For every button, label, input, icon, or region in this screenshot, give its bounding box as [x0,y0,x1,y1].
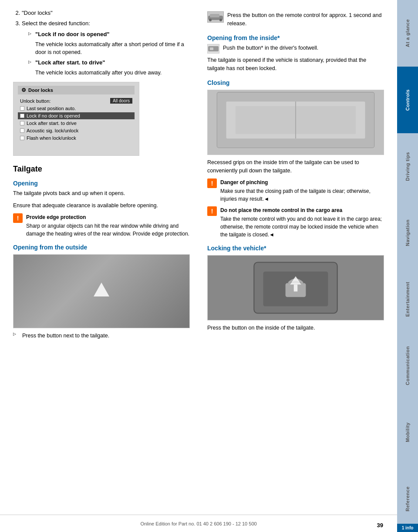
label-acoustic: Acoustic sig. lock/unlock [27,128,132,133]
opening-text1: The tailgate pivots back and up when it … [13,189,190,198]
remote-note-text: Press the button on the remote control f… [227,11,384,28]
sub-item-1: "Lock if no door is opened" The vehicle … [28,30,190,57]
sidebar-tab-reference[interactable]: Reference [397,465,418,532]
sidebar-tab-navigation[interactable]: Navigation [397,199,418,266]
list-item-3-text: Select the desired function: [22,20,90,27]
sidebar-tab-controls-label: Controls [405,89,410,111]
checkbox-last-seat[interactable] [20,106,24,111]
sidebar-tab-entertainment-label: Entertainment [405,282,410,317]
sidebar-tab-mobility[interactable]: Mobility [397,399,418,466]
sidebar-tab-communication-label: Communication [405,346,410,385]
sub-item-2: "Lock after start. to drive" The vehicle… [28,58,190,77]
svg-rect-16 [294,285,298,292]
row-lock-no-door: Lock if no door is opened [18,112,135,119]
info-badge: 1 info [397,524,418,532]
press-button-row: ▷ Press the button next to the tailgate. [13,332,190,340]
label-last-seat: Last seat position auto. [27,106,132,111]
svg-rect-1 [210,14,219,17]
closing-image [207,90,384,155]
main-content: "Door locks" Select the desired function… [0,0,397,532]
label-lock-start: Lock after start. to drive [27,121,132,126]
row-flash: Flash when lock/unlock [18,135,135,141]
label-lock-no-door: Lock if no door is opened [27,113,132,118]
car-icon-svg [208,12,223,22]
warning-icon-2: ! [207,178,217,188]
row-acoustic: Acoustic sig. lock/unlock [18,127,135,134]
closing-heading: Closing [207,79,384,86]
sidebar-tab-reference-label: Reference [405,486,410,512]
sidebar-tab-at-a-glance-label: At a glance [405,19,410,47]
sidebar-tab-entertainment[interactable]: Entertainment [397,266,418,333]
list-item-3: Select the desired function: "Lock if no… [22,19,190,77]
checkbox-lock-start[interactable] [20,121,24,125]
door-locks-title: Door locks [28,88,53,93]
left-column: "Door locks" Select the desired function… [13,9,194,506]
sub-item-2-detail: The vehicle locks automatically after yo… [35,69,190,77]
sidebar-tab-driving-tips[interactable]: Driving tips [397,133,418,200]
arrow-up-icon [94,283,109,296]
unlock-value: All doors [110,98,132,104]
sidebar-tab-navigation-label: Navigation [405,219,410,246]
opening-from-outside-heading: Opening from the outside [13,244,190,251]
gear-icon: ⚙ [21,87,26,93]
closing-image-svg [208,90,384,155]
row-lock-start: Lock after start. to drive [18,120,135,127]
sidebar-tab-driving-tips-label: Driving tips [405,152,410,181]
opening-from-inside-heading: Opening from the inside* [207,34,384,41]
two-col-layout: "Door locks" Select the desired function… [13,9,384,506]
footwell-icon-svg [208,45,219,53]
opening-heading: Opening [13,180,190,187]
main-list: "Door locks" Select the desired function… [13,9,190,77]
closing-text: Recessed grips on the inside trim of the… [207,158,384,175]
checkbox-flash[interactable] [20,136,24,140]
page-wrapper: "Door locks" Select the desired function… [0,0,418,532]
checkbox-lock-no-door[interactable] [20,114,24,118]
sub-item-2-label: "Lock after start. to drive" [35,59,105,66]
sidebar-tab-at-a-glance[interactable]: At a glance [397,0,418,67]
warning-detail-2: Make sure that the closing path of the t… [220,188,371,202]
locking-image-svg [208,256,384,320]
sidebar-tab-communication[interactable]: Communication [397,333,418,399]
unlock-label: Unlock button: [20,98,110,104]
sidebar-tab-controls[interactable]: Controls [397,67,418,133]
opening-outside-image [13,254,190,328]
sub-item-1-detail: The vehicle locks automatically after a … [35,40,190,57]
car-remote-icon [207,11,224,23]
footer-text: Online Edition for Part no. 01 40 2 606 … [140,521,256,526]
warning-detail-1: Sharp or angular objects can hit the rea… [26,223,189,237]
page-footer: Online Edition for Part no. 01 40 2 606 … [0,515,397,532]
warning-text-1: Provide edge protection Sharp or angular… [26,213,190,238]
warning-edge-protection: ! Provide edge protection Sharp or angul… [13,213,190,238]
warning-remote-cargo: ! Do not place the remote control in the… [207,206,384,239]
warning-icon-3: ! [207,206,217,216]
checkbox-acoustic[interactable] [20,128,24,133]
opening-from-inside-text: Push the button* in the driver's footwel… [223,44,318,52]
arrow-icon: ▷ [13,332,16,336]
door-locks-title-bar: ⚙ Door locks [18,86,135,94]
locking-text: Press the button on the inside of the ta… [207,324,384,332]
warning-detail-3: Take the remote control with you and do … [220,216,382,238]
locking-image [207,255,384,320]
opening-text2: Ensure that adequate clearance is availa… [13,202,190,210]
footwell-icon [207,44,219,54]
warning-title-1: Provide edge protection [26,213,190,221]
press-button-text: Press the button next to the tailgate. [22,332,109,340]
right-column: Press the button on the remote control f… [203,9,384,506]
warning-pinching: ! Danger of pinching Make sure that the … [207,178,384,203]
unlock-button-row: Unlock button: All doors [18,97,135,104]
warning-text-3: Do not place the remote control in the c… [220,206,384,239]
warning-title-3: Do not place the remote control in the c… [220,206,384,214]
list-item-2: "Door locks" [22,9,190,17]
sub-item-1-label: "Lock if no door is opened" [35,31,110,37]
door-locks-screenshot: ⚙ Door locks Unlock button: All doors La… [13,82,139,156]
svg-point-3 [219,19,222,21]
page-number: 39 [377,522,383,529]
svg-point-2 [209,19,212,21]
tailgate-heading: Tailgate [13,165,190,174]
sub-list: "Lock if no door is opened" The vehicle … [22,30,190,77]
warning-icon-1: ! [13,213,23,223]
sidebar: At a glance Controls Driving tips Naviga… [397,0,418,532]
inside-button-row: Push the button* in the driver's footwel… [207,44,384,54]
row-last-seat: Last seat position auto. [18,105,135,112]
warning-title-2: Danger of pinching [220,178,384,186]
